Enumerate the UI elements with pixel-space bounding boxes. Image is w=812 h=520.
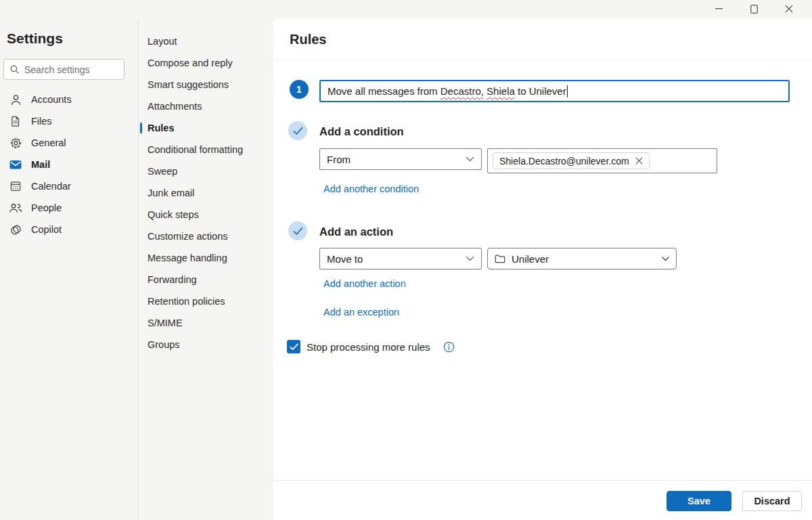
subnav-item-groups[interactable]: Groups [139,334,273,355]
dismiss-icon [635,157,643,165]
checkmark-icon [293,227,303,236]
close-button[interactable] [771,0,807,18]
search-input[interactable] [24,64,118,75]
condition-heading: Add a condition [319,125,404,138]
person-chip[interactable]: Shiela.Decastro@unilever.com [493,152,650,169]
condition-field-select[interactable]: From [319,148,482,170]
chevron-down-icon [662,257,669,261]
person-chip-label: Shiela.Decastro@unilever.com [499,156,629,167]
search-icon [9,64,20,74]
settings-sidebar: Settings Accounts Files General [0,0,138,520]
subnav-item-smart-suggestions[interactable]: Smart suggestions [139,74,273,95]
window-controls [701,0,807,18]
condition-check-badge [288,121,307,140]
people-icon [9,201,22,215]
sidebar-item-label: Calendar [31,181,71,192]
sidebar-item-label: Accounts [31,94,72,105]
copilot-icon [9,223,22,236]
checkmark-icon [293,127,303,135]
subnav-item-layout[interactable]: Layout [139,30,273,52]
mail-icon [9,158,22,171]
stop-processing-row: Stop processing more rules [287,340,455,353]
sidebar-item-general[interactable]: General [0,132,138,154]
maximize-button[interactable] [736,0,771,18]
subnav-item-quick-steps[interactable]: Quick steps [139,204,273,225]
minimize-icon [715,5,723,13]
maximize-icon [750,5,758,14]
gear-icon [9,136,22,150]
footer-divider [273,480,812,481]
subnav-item-conditional-formatting[interactable]: Conditional formatting [139,139,273,160]
chip-dismiss-button[interactable] [635,157,643,165]
stop-processing-checkbox[interactable] [287,340,300,353]
close-icon [785,5,793,13]
condition-field-value: From [327,154,351,165]
subnav-item-message-handling[interactable]: Message handling [139,247,273,269]
action-field-select[interactable]: Move to [319,248,482,269]
sidebar-item-label: Copilot [31,224,62,235]
subnav-item-sweep[interactable]: Sweep [139,160,273,182]
sidebar-item-label: Mail [31,159,50,170]
info-icon[interactable] [443,341,455,353]
folder-icon [495,254,505,263]
subnav-item-smime[interactable]: S/MIME [139,312,273,334]
sidebar-item-calendar[interactable]: Calendar [0,175,138,197]
rule-name-input[interactable]: Move all messages from Decastro, Shiela … [319,80,790,102]
subnav-item-rules[interactable]: Rules [139,117,273,139]
discard-button[interactable]: Discard [742,491,802,511]
action-field-value: Move to [327,253,363,265]
subnav-item-forwarding[interactable]: Forwarding [139,269,273,290]
action-heading: Add an action [319,225,393,238]
checkmark-icon [290,343,298,351]
sidebar-item-mail[interactable]: Mail [0,154,138,175]
mail-subnav: Layout Compose and reply Smart suggestio… [139,30,273,355]
folder-select-value: Unilever [512,253,549,265]
rule-name-text-misspelled: Shiela [487,85,515,97]
folder-select[interactable]: Unilever [487,248,677,269]
settings-search[interactable] [3,59,125,80]
sidebar-item-label: Files [31,116,52,127]
header-divider [273,60,812,60]
subnav-item-junk-email[interactable]: Junk email [139,182,273,204]
add-an-exception-link[interactable]: Add an exception [323,307,399,318]
person-icon [9,93,22,106]
sidebar-item-copilot[interactable]: Copilot [0,219,138,240]
condition-value-input[interactable]: Shiela.Decastro@unilever.com [487,148,717,173]
subnav-item-customize-actions[interactable]: Customize actions [139,225,273,247]
chevron-down-icon [466,156,474,162]
rule-name-text: to Unilever [515,85,566,97]
sidebar-item-people[interactable]: People [0,197,138,219]
minimize-button[interactable] [701,0,736,18]
add-another-action-link[interactable]: Add another action [323,278,406,289]
add-another-condition-link[interactable]: Add another condition [323,183,419,194]
action-check-badge [288,221,307,240]
selected-indicator-bar [140,123,142,133]
sidebar-item-accounts[interactable]: Accounts [0,89,138,110]
save-button[interactable]: Save [667,491,731,511]
settings-nav-list: Accounts Files General Mail Calendar [0,89,138,240]
file-icon [9,114,22,128]
subnav-item-label: Rules [148,123,175,133]
text-cursor [567,85,568,98]
settings-title: Settings [7,30,63,47]
step-number-badge: 1 [290,80,309,99]
subnav-item-compose-and-reply[interactable]: Compose and reply [139,52,273,74]
rule-name-text: Move all messages from [328,85,441,97]
rules-panel: Rules 1 Move all messages from Decastro,… [273,18,812,520]
subnav-item-retention-policies[interactable]: Retention policies [139,290,273,312]
stop-processing-label: Stop processing more rules [307,341,430,353]
calendar-icon [9,179,22,193]
chevron-down-icon [466,256,474,261]
footer-actions: Save Discard [667,491,802,511]
subnav-item-attachments[interactable]: Attachments [139,95,273,117]
sidebar-item-files[interactable]: Files [0,110,138,132]
page-title: Rules [290,32,326,47]
rule-name-text-misspelled: Decastro, [441,85,484,97]
sidebar-item-label: General [31,137,66,148]
sidebar-item-label: People [31,202,62,213]
